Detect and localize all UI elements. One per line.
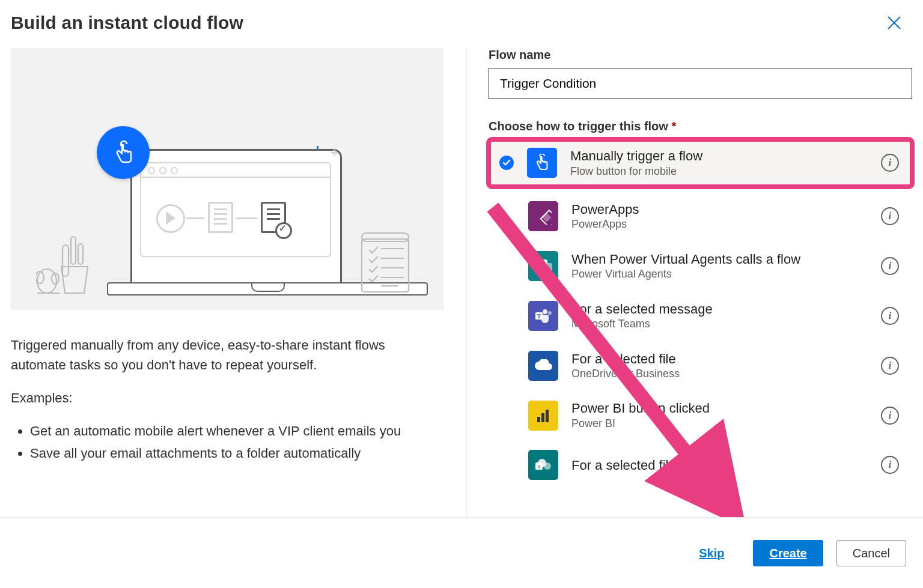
svg-text:T: T [537, 313, 541, 320]
trigger-text: For a selected messageMicrosoft Teams [571, 301, 868, 332]
svg-point-25 [544, 462, 551, 470]
info-icon[interactable]: i [881, 154, 899, 172]
svg-rect-4 [78, 244, 83, 264]
info-icon[interactable]: i [881, 307, 899, 325]
radio-unchecked [501, 458, 515, 472]
info-icon[interactable]: i [881, 407, 899, 425]
svg-rect-21 [537, 417, 540, 422]
create-button[interactable]: Create [753, 540, 823, 566]
info-icon[interactable]: i [881, 207, 899, 225]
svg-rect-22 [541, 413, 544, 422]
skip-button[interactable]: Skip [683, 540, 740, 566]
flow-name-input[interactable] [489, 68, 912, 99]
powerapps-icon [528, 201, 558, 231]
trigger-text: For a selected fileOneDrive for Business [571, 351, 868, 381]
info-icon[interactable]: i [881, 357, 899, 375]
trigger-title: When Power Virtual Agents calls a flow [571, 251, 868, 268]
trigger-title: PowerApps [571, 201, 868, 218]
description-block: Triggered manually from any device, easy… [11, 335, 431, 465]
radio-checked-icon [499, 156, 514, 170]
trigger-title: Manually trigger a flow [570, 148, 868, 165]
trigger-text: When Power Virtual Agents calls a flowPo… [571, 251, 868, 282]
trigger-subtitle: Microsoft Teams [571, 317, 868, 331]
dialog-title: Build an instant cloud flow [11, 13, 243, 33]
chat-icon [528, 251, 558, 281]
illustration: ' + [11, 48, 443, 310]
trigger-subtitle: PowerApps [571, 217, 868, 231]
trigger-text: PowerAppsPowerApps [571, 201, 868, 232]
trigger-subtitle: Power BI [571, 417, 868, 431]
dialog-body: ' + [0, 48, 923, 518]
trigger-text: For a selected file [571, 457, 868, 474]
flow-name-label: Flow name [489, 48, 912, 62]
trigger-list: Manually trigger a flowFlow button for m… [489, 138, 912, 489]
example-item: Get an automatic mobile alert whenever a… [30, 421, 431, 441]
info-icon[interactable]: i [881, 257, 899, 275]
radio-unchecked [501, 309, 515, 323]
trigger-row[interactable]: Manually trigger a flowFlow button for m… [486, 137, 915, 189]
trigger-row[interactable]: TFor a selected messageMicrosoft Teamsi [489, 291, 912, 341]
radio-unchecked [501, 359, 515, 373]
radio-unchecked [501, 408, 515, 423]
left-panel: ' + [11, 48, 455, 518]
sharepoint-icon: s [528, 450, 558, 480]
bars-icon [528, 401, 558, 431]
trigger-subtitle: Power Virtual Agents [571, 267, 868, 281]
cloud-icon [528, 351, 558, 381]
teams-icon: T [528, 301, 558, 331]
svg-rect-23 [546, 410, 549, 422]
right-panel: Flow name Choose how to trigger this flo… [489, 48, 912, 518]
example-item: Save all your email attachments to a fol… [30, 443, 431, 463]
trigger-row[interactable]: For a selected fileOneDrive for Business… [489, 341, 912, 391]
radio-unchecked [501, 209, 515, 223]
svg-point-17 [543, 309, 547, 314]
touch-icon [527, 148, 557, 178]
dialog-footer: Skip Create Cancel [0, 517, 923, 588]
svg-rect-9 [362, 233, 409, 241]
trigger-title: For a selected message [571, 301, 868, 318]
trigger-row[interactable]: PowerAppsPowerAppsi [489, 192, 912, 241]
trigger-text: Power BI button clickedPower BI [571, 400, 868, 431]
examples-list: Get an automatic mobile alert whenever a… [11, 421, 431, 463]
radio-unchecked [501, 259, 515, 273]
trigger-row[interactable]: sFor a selected filei [489, 440, 912, 489]
svg-rect-3 [71, 237, 76, 264]
examples-label: Examples: [11, 388, 431, 408]
trigger-text: Manually trigger a flowFlow button for m… [570, 148, 868, 178]
svg-rect-8 [362, 239, 409, 292]
touch-icon [97, 126, 150, 179]
trigger-title: Power BI button clicked [571, 400, 868, 417]
info-icon[interactable]: i [881, 456, 899, 474]
svg-rect-2 [62, 245, 69, 276]
svg-point-18 [548, 311, 552, 315]
choose-trigger-label: Choose how to trigger this flow * [489, 120, 912, 133]
trigger-row[interactable]: When Power Virtual Agents calls a flowPo… [489, 241, 912, 291]
close-button[interactable] [882, 11, 906, 35]
dialog-header: Build an instant cloud flow [0, 0, 923, 48]
trigger-subtitle: Flow button for mobile [570, 165, 868, 178]
svg-point-5 [37, 269, 56, 293]
cancel-button[interactable]: Cancel [836, 540, 906, 566]
close-icon [886, 14, 903, 31]
svg-text:s: s [538, 463, 540, 470]
trigger-subtitle: OneDrive for Business [571, 367, 868, 381]
description-text: Triggered manually from any device, easy… [11, 335, 431, 375]
trigger-title: For a selected file [571, 457, 868, 474]
vertical-divider [466, 48, 467, 518]
trigger-row[interactable]: Power BI button clickedPower BIi [489, 390, 912, 440]
trigger-title: For a selected file [571, 351, 868, 368]
